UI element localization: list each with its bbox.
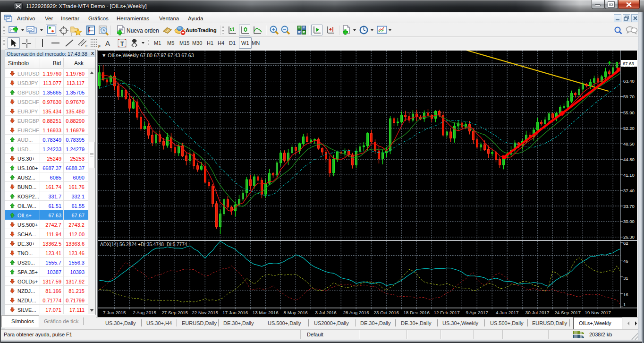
svg-text:62: 62	[623, 240, 628, 246]
svg-text:27 Sep 2015: 27 Sep 2015	[161, 310, 188, 315]
svg-text:44.80: 44.80	[623, 157, 635, 162]
svg-text:17 Jan 2016: 17 Jan 2016	[222, 310, 248, 315]
svg-text:12 Feb 2017: 12 Feb 2017	[434, 310, 460, 315]
svg-text:30 Jul 2017: 30 Jul 2017	[525, 310, 550, 315]
svg-text:28 Aug 2016: 28 Aug 2016	[343, 310, 370, 315]
svg-text:59.70: 59.70	[623, 94, 635, 99]
svg-text:9 Apr 2017: 9 Apr 2017	[466, 310, 488, 315]
svg-text:46: 46	[623, 258, 628, 264]
svg-text:37.40: 37.40	[623, 188, 635, 193]
svg-text:23 Oct 2016: 23 Oct 2016	[374, 310, 399, 315]
svg-text:2 Aug 2015: 2 Aug 2015	[133, 310, 156, 315]
svg-text:30.00: 30.00	[623, 219, 635, 224]
svg-text:24 Sep 2017: 24 Sep 2017	[554, 310, 581, 315]
svg-text:48.50: 48.50	[623, 141, 635, 146]
svg-text:7 Jun 2015: 7 Jun 2015	[103, 310, 126, 315]
svg-text:31: 31	[623, 275, 628, 281]
svg-text:16: 16	[623, 292, 628, 297]
svg-text:63.40: 63.40	[623, 78, 635, 84]
svg-text:3 Jul 2016: 3 Jul 2016	[315, 310, 337, 315]
svg-text:26.30: 26.30	[623, 234, 635, 240]
svg-text:4 Jun 2017: 4 Jun 2017	[496, 310, 518, 315]
svg-text:13 Mar 2016: 13 Mar 2016	[253, 310, 279, 315]
svg-text:F: F	[98, 44, 101, 48]
svg-text:1: 1	[623, 302, 626, 307]
svg-text:19 Nov 2017: 19 Nov 2017	[585, 310, 611, 315]
svg-text:22 Nov 2015: 22 Nov 2015	[192, 310, 218, 315]
svg-text:55.90: 55.90	[623, 110, 635, 115]
svg-text:41.10: 41.10	[623, 172, 635, 178]
svg-text:E: E	[85, 44, 88, 48]
svg-text:33.70: 33.70	[623, 204, 635, 209]
svg-text:18 Dec 2016: 18 Dec 2016	[403, 310, 430, 315]
svg-text:T: T	[120, 41, 124, 47]
svg-text:ADX(14) 56.2824 +DI:35.4748 -D: ADX(14) 56.2824 +DI:35.4748 -DI:5.7774	[100, 242, 187, 247]
svg-text:▼ OILs+,Weekly 67.80 67.97 67: ▼ OILs+,Weekly 67.80 67.97 67.43 67.63	[102, 52, 194, 58]
svg-text:8 May 2016: 8 May 2016	[284, 310, 308, 315]
svg-text:67.63: 67.63	[623, 61, 634, 66]
svg-text:52.20: 52.20	[623, 126, 635, 131]
